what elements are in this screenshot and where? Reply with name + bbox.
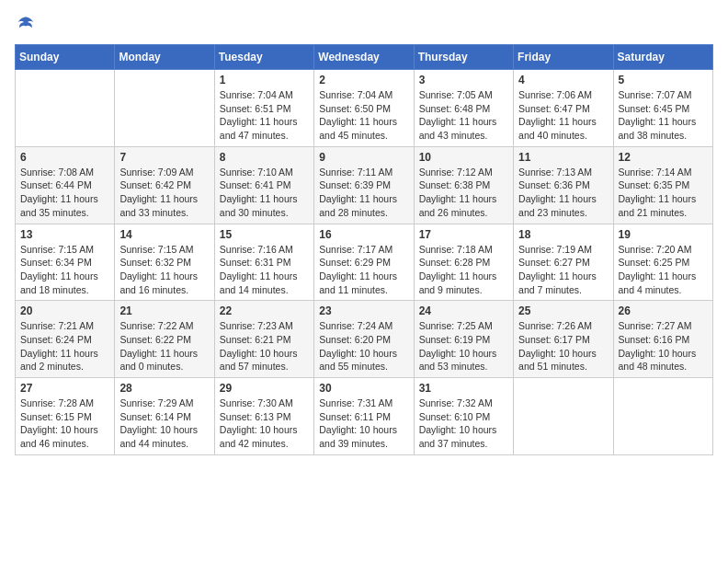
day-number: 27 [20,382,109,395]
calendar-cell: 25Sunrise: 7:26 AM Sunset: 6:17 PM Dayli… [514,301,613,378]
day-info: Sunrise: 7:21 AM Sunset: 6:24 PM Dayligh… [20,319,109,373]
calendar-cell: 27Sunrise: 7:28 AM Sunset: 6:15 PM Dayli… [16,378,115,455]
day-number: 6 [20,151,109,164]
day-number: 16 [319,228,408,241]
day-number: 18 [518,228,608,241]
calendar-cell: 10Sunrise: 7:12 AM Sunset: 6:38 PM Dayli… [414,146,513,224]
day-info: Sunrise: 7:09 AM Sunset: 6:42 PM Dayligh… [119,166,209,220]
calendar-cell: 5Sunrise: 7:07 AM Sunset: 6:45 PM Daylig… [613,70,712,147]
day-info: Sunrise: 7:18 AM Sunset: 6:28 PM Dayligh… [419,243,508,297]
day-number: 28 [119,382,209,395]
calendar-cell: 19Sunrise: 7:20 AM Sunset: 6:25 PM Dayli… [613,224,712,301]
day-number: 24 [419,304,508,317]
calendar-cell: 6Sunrise: 7:08 AM Sunset: 6:44 PM Daylig… [16,146,115,224]
day-info: Sunrise: 7:19 AM Sunset: 6:27 PM Dayligh… [518,243,608,297]
day-of-week-header: Sunday [16,45,115,70]
day-info: Sunrise: 7:25 AM Sunset: 6:19 PM Dayligh… [419,319,508,373]
calendar-cell: 23Sunrise: 7:24 AM Sunset: 6:20 PM Dayli… [314,301,414,378]
calendar-cell [115,70,214,147]
day-info: Sunrise: 7:05 AM Sunset: 6:48 PM Dayligh… [419,88,508,143]
day-info: Sunrise: 7:07 AM Sunset: 6:45 PM Dayligh… [619,88,708,143]
day-number: 1 [220,74,309,86]
day-number: 20 [20,304,109,317]
day-number: 4 [518,74,608,86]
calendar-cell: 11Sunrise: 7:13 AM Sunset: 6:36 PM Dayli… [514,146,613,224]
day-number: 9 [319,151,408,164]
day-of-week-header: Monday [115,45,214,70]
day-number: 26 [619,304,708,317]
day-info: Sunrise: 7:27 AM Sunset: 6:16 PM Dayligh… [619,319,708,373]
calendar-cell [16,70,115,147]
day-info: Sunrise: 7:23 AM Sunset: 6:21 PM Dayligh… [220,319,309,373]
calendar-cell: 20Sunrise: 7:21 AM Sunset: 6:24 PM Dayli… [16,301,115,378]
calendar-cell: 12Sunrise: 7:14 AM Sunset: 6:35 PM Dayli… [613,146,712,224]
day-info: Sunrise: 7:32 AM Sunset: 6:10 PM Dayligh… [419,396,508,451]
calendar-cell: 4Sunrise: 7:06 AM Sunset: 6:47 PM Daylig… [514,70,613,147]
day-info: Sunrise: 7:12 AM Sunset: 6:38 PM Dayligh… [419,166,508,220]
day-info: Sunrise: 7:30 AM Sunset: 6:13 PM Dayligh… [220,396,309,451]
day-info: Sunrise: 7:29 AM Sunset: 6:14 PM Dayligh… [119,396,209,451]
calendar-header-row: SundayMondayTuesdayWednesdayThursdayFrid… [16,45,713,70]
day-info: Sunrise: 7:15 AM Sunset: 6:32 PM Dayligh… [119,243,209,297]
day-number: 22 [220,304,309,317]
calendar-cell: 30Sunrise: 7:31 AM Sunset: 6:11 PM Dayli… [314,378,414,455]
day-of-week-header: Thursday [414,45,513,70]
calendar-cell: 16Sunrise: 7:17 AM Sunset: 6:29 PM Dayli… [314,224,414,301]
calendar-cell: 18Sunrise: 7:19 AM Sunset: 6:27 PM Dayli… [514,224,613,301]
day-of-week-header: Friday [514,45,613,70]
day-info: Sunrise: 7:14 AM Sunset: 6:35 PM Dayligh… [619,166,708,220]
calendar-week-row: 13Sunrise: 7:15 AM Sunset: 6:34 PM Dayli… [16,224,713,301]
day-number: 10 [419,151,508,164]
day-info: Sunrise: 7:20 AM Sunset: 6:25 PM Dayligh… [619,243,708,297]
day-info: Sunrise: 7:26 AM Sunset: 6:17 PM Dayligh… [518,319,608,373]
day-number: 3 [419,74,508,86]
day-number: 31 [419,382,508,395]
day-number: 30 [319,382,408,395]
day-info: Sunrise: 7:08 AM Sunset: 6:44 PM Dayligh… [20,166,109,220]
day-info: Sunrise: 7:06 AM Sunset: 6:47 PM Dayligh… [518,88,608,143]
calendar-cell: 7Sunrise: 7:09 AM Sunset: 6:42 PM Daylig… [115,146,214,224]
day-info: Sunrise: 7:22 AM Sunset: 6:22 PM Dayligh… [119,319,209,373]
day-number: 17 [419,228,508,241]
calendar-cell: 15Sunrise: 7:16 AM Sunset: 6:31 PM Dayli… [214,224,313,301]
calendar-cell: 24Sunrise: 7:25 AM Sunset: 6:19 PM Dayli… [414,301,513,378]
day-info: Sunrise: 7:31 AM Sunset: 6:11 PM Dayligh… [319,396,408,451]
calendar-cell: 1Sunrise: 7:04 AM Sunset: 6:51 PM Daylig… [214,70,313,147]
calendar-week-row: 27Sunrise: 7:28 AM Sunset: 6:15 PM Dayli… [16,378,713,455]
day-of-week-header: Tuesday [214,45,313,70]
day-number: 25 [518,304,608,317]
calendar-cell: 13Sunrise: 7:15 AM Sunset: 6:34 PM Dayli… [16,224,115,301]
calendar-cell: 14Sunrise: 7:15 AM Sunset: 6:32 PM Dayli… [115,224,214,301]
day-info: Sunrise: 7:15 AM Sunset: 6:34 PM Dayligh… [20,243,109,297]
day-info: Sunrise: 7:10 AM Sunset: 6:41 PM Dayligh… [220,166,309,220]
page-header [15,15,713,33]
calendar-week-row: 20Sunrise: 7:21 AM Sunset: 6:24 PM Dayli… [16,301,713,378]
calendar-week-row: 6Sunrise: 7:08 AM Sunset: 6:44 PM Daylig… [16,146,713,224]
day-number: 15 [220,228,309,241]
day-info: Sunrise: 7:11 AM Sunset: 6:39 PM Dayligh… [319,166,408,220]
day-number: 29 [220,382,309,395]
day-number: 14 [119,228,209,241]
day-info: Sunrise: 7:17 AM Sunset: 6:29 PM Dayligh… [319,243,408,297]
calendar-cell: 9Sunrise: 7:11 AM Sunset: 6:39 PM Daylig… [314,146,414,224]
calendar-cell: 21Sunrise: 7:22 AM Sunset: 6:22 PM Dayli… [115,301,214,378]
day-info: Sunrise: 7:04 AM Sunset: 6:50 PM Dayligh… [319,88,408,143]
day-info: Sunrise: 7:28 AM Sunset: 6:15 PM Dayligh… [20,396,109,451]
calendar-cell: 29Sunrise: 7:30 AM Sunset: 6:13 PM Dayli… [214,378,313,455]
day-number: 12 [619,151,708,164]
calendar-week-row: 1Sunrise: 7:04 AM Sunset: 6:51 PM Daylig… [16,70,713,147]
day-info: Sunrise: 7:13 AM Sunset: 6:36 PM Dayligh… [518,166,608,220]
day-number: 8 [220,151,309,164]
calendar-cell: 26Sunrise: 7:27 AM Sunset: 6:16 PM Dayli… [613,301,712,378]
day-number: 11 [518,151,608,164]
logo-bird-icon [17,15,35,33]
day-info: Sunrise: 7:04 AM Sunset: 6:51 PM Dayligh… [220,88,309,143]
calendar-cell: 22Sunrise: 7:23 AM Sunset: 6:21 PM Dayli… [214,301,313,378]
calendar-cell [613,378,712,455]
day-number: 2 [319,74,408,86]
day-info: Sunrise: 7:16 AM Sunset: 6:31 PM Dayligh… [220,243,309,297]
day-of-week-header: Saturday [613,45,712,70]
calendar-cell: 3Sunrise: 7:05 AM Sunset: 6:48 PM Daylig… [414,70,513,147]
day-number: 5 [619,74,708,86]
calendar-cell: 28Sunrise: 7:29 AM Sunset: 6:14 PM Dayli… [115,378,214,455]
